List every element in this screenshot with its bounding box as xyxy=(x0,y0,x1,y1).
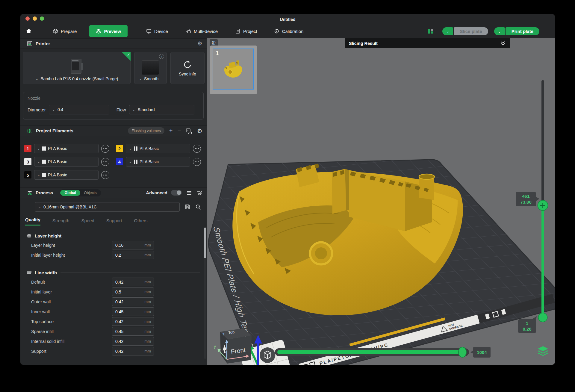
support-line-width-input[interactable]: 0.42mm xyxy=(112,347,154,355)
move-slider[interactable]: 1004 xyxy=(275,347,491,358)
printer-icon xyxy=(27,41,33,46)
filament-1-menu-icon[interactable] xyxy=(101,145,109,153)
process-preset-select[interactable]: ⌄0.16mm Optimal @BBL X1C xyxy=(35,202,180,212)
filament-2-badge[interactable]: 2 xyxy=(116,145,123,152)
print-plate-button[interactable]: Print plate xyxy=(506,27,539,35)
slice-plate-button[interactable]: Slice plate xyxy=(454,27,488,35)
tab-calibration[interactable]: Calibration xyxy=(274,28,304,34)
tab-quality[interactable]: Quality xyxy=(25,217,40,225)
flushing-volumes-button[interactable]: Flushing volumes xyxy=(128,127,164,134)
tab-support[interactable]: Support xyxy=(106,218,122,225)
chevron-down-icon: ⌄ xyxy=(52,108,55,111)
sidebar-scrollbar-thumb[interactable] xyxy=(204,228,206,258)
tab-prepare[interactable]: Prepare xyxy=(53,28,77,34)
plate-move-gizmo[interactable] xyxy=(260,347,275,363)
top-layer-number: 461 xyxy=(522,193,529,199)
app-window: Untitled Prepare Preview Device Multi-de… xyxy=(20,14,555,365)
tab-others[interactable]: Others xyxy=(134,218,148,225)
filament-4-select[interactable]: ⌄PLA Basic xyxy=(126,157,190,167)
initial-layer-line-width-input[interactable]: 0.5mm xyxy=(112,287,154,296)
filament-3-badge[interactable]: 3 xyxy=(24,158,31,165)
filament-5-menu-icon[interactable] xyxy=(101,171,109,179)
layer-slider-track[interactable] xyxy=(541,80,544,206)
tab-preview[interactable]: Preview xyxy=(89,25,128,37)
selected-check-icon: ✓ xyxy=(122,52,131,61)
sync-refresh-icon xyxy=(182,60,193,70)
setting-row: Support0.42mm xyxy=(20,346,207,356)
plate-thumbnail-selection: 1 xyxy=(213,49,254,90)
ams-sync-icon[interactable] xyxy=(186,128,192,134)
layout-icon[interactable] xyxy=(427,28,434,34)
inner-wall-line-width-input[interactable]: 0.45mm xyxy=(112,307,154,316)
filament-1-select[interactable]: ⌄PLA Basic xyxy=(34,144,99,153)
info-icon[interactable]: i xyxy=(159,54,164,59)
internal-solid-infill-line-width-input[interactable]: 0.42mm xyxy=(112,337,154,346)
project-icon xyxy=(235,28,240,34)
plate-thumbnail[interactable]: 1 xyxy=(210,46,257,94)
nozzle-flow-select[interactable]: ⌄Standard xyxy=(129,105,194,114)
printer-cards: ✓ ⌄Bambu Lab P1S 0.4 nozzle (Small Purge… xyxy=(20,49,207,88)
filament-5-badge[interactable]: 5 xyxy=(24,171,31,178)
slicing-result-bar[interactable]: Slicing Result xyxy=(345,38,510,48)
slice-dropdown-button[interactable]: ⌄ xyxy=(442,27,453,35)
preset-row: ⌄0.16mm Optimal @BBL X1C xyxy=(20,198,207,212)
remove-filament-button[interactable]: − xyxy=(177,128,181,134)
chevron-down-icon: ⌄ xyxy=(132,108,135,111)
initial-layer-height-input[interactable]: 0.2mm xyxy=(112,251,154,259)
print-dropdown-button[interactable]: ⌄ xyxy=(494,27,505,35)
tab-project[interactable]: Project xyxy=(235,28,257,34)
filament-1-badge[interactable]: 1 xyxy=(24,145,31,152)
scene-canvas[interactable]: Smooth PEI Plate / High Temp Plate xyxy=(207,38,555,365)
move-slider-tooltip: 1004 xyxy=(470,347,491,358)
sync-info-card[interactable]: Sync info xyxy=(170,52,205,84)
outer-wall-line-width-input[interactable]: 0.42mm xyxy=(112,297,154,306)
printer-preset-card[interactable]: ✓ ⌄Bambu Lab P1S 0.4 nozzle (Small Purge… xyxy=(23,52,131,84)
viewport-3d[interactable]: Smooth PEI Plate / High Temp Plate xyxy=(207,38,555,365)
tab-device[interactable]: Device xyxy=(146,28,168,34)
add-filament-button[interactable]: + xyxy=(169,128,173,134)
tab-speed[interactable]: Speed xyxy=(81,218,94,225)
flow-label: Flow xyxy=(116,107,126,112)
default-line-width-input[interactable]: 0.42mm xyxy=(112,278,154,286)
top-surface-line-width-input[interactable]: 0.42mm xyxy=(112,317,154,326)
filament-5-select[interactable]: ⌄PLA Basic xyxy=(34,170,99,180)
list-view-icon[interactable] xyxy=(187,190,192,195)
tab-multi-device[interactable]: Multi-device xyxy=(185,28,218,34)
tune-icon[interactable] xyxy=(197,190,202,195)
filament-3-select[interactable]: ⌄PLA Basic xyxy=(34,157,99,167)
setting-row: Top surface0.42mm xyxy=(20,317,207,326)
nozzle-diameter-select[interactable]: ⌄0.4 xyxy=(49,105,109,114)
filament-4-badge[interactable]: 4 xyxy=(116,158,123,165)
search-icon[interactable] xyxy=(195,204,201,210)
home-button[interactable] xyxy=(26,28,32,34)
scope-global[interactable]: Global xyxy=(60,190,80,196)
advanced-toggle[interactable] xyxy=(171,190,182,196)
scope-objects[interactable]: Objects xyxy=(80,190,100,196)
nozzle-title: Nozzle xyxy=(28,96,199,101)
filament-2-menu-icon[interactable] xyxy=(193,145,201,153)
chevron-down-icon: ⌄ xyxy=(446,29,450,34)
move-slider-handle[interactable] xyxy=(459,347,466,357)
filament-4-menu-icon[interactable] xyxy=(193,158,201,166)
double-chevron-down-icon[interactable] xyxy=(500,41,506,46)
layer-height-icon xyxy=(26,234,32,238)
sync-info-label: Sync info xyxy=(179,72,196,76)
process-section-header: Process Global Objects Advanced xyxy=(20,187,207,198)
tab-strength[interactable]: Strength xyxy=(52,218,69,225)
process-section-title: Process xyxy=(36,190,53,195)
layer-height-input[interactable]: 0.16mm xyxy=(112,241,154,249)
plate-type-card[interactable]: i ⌄Smooth... xyxy=(134,52,167,84)
save-preset-icon[interactable] xyxy=(184,204,190,210)
printer-section-title: Printer xyxy=(36,41,50,46)
filament-3-menu-icon[interactable] xyxy=(101,158,109,166)
printer-settings-gear-icon[interactable]: ⚙ xyxy=(197,41,202,46)
sparse-infill-line-width-input[interactable]: 0.45mm xyxy=(112,327,154,336)
filament-2-select[interactable]: ⌄PLA Basic xyxy=(126,144,190,153)
setting-row: Initial layer height 0.2mm xyxy=(20,250,207,260)
layer-slider-bottom-handle[interactable] xyxy=(538,313,547,322)
scope-toggle[interactable]: Global Objects xyxy=(60,189,101,196)
bottom-layer-number: 1 xyxy=(526,321,528,326)
filament-settings-gear-icon[interactable]: ⚙ xyxy=(197,128,202,134)
collapse-panel-icon[interactable]: ⟨|⟩ xyxy=(210,39,218,46)
layer-slider-range[interactable] xyxy=(541,205,544,319)
